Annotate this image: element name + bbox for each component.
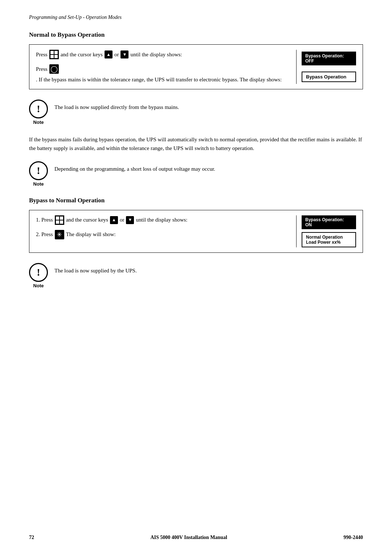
row2-text: Press ◯ . If the bypass mains is within … — [36, 64, 291, 84]
or-label-2: or — [120, 216, 124, 224]
note-icon-col-2: ! Note — [29, 161, 48, 187]
note-icon-2: ! — [29, 161, 48, 180]
note-content-1: The load is now supplied directly from t… — [54, 100, 363, 112]
bypass-to-normal-box: 1. Press and the cursor keys ▲ or ▼ unti… — [29, 210, 363, 253]
enter-key-icon: ◯ — [49, 64, 59, 74]
step1-row: 1. Press and the cursor keys ▲ or ▼ unti… — [36, 215, 291, 225]
step2-row: 2. Press ✳ The display will show: — [36, 230, 291, 239]
row2-desc: . If the bypass mains is within the tole… — [36, 76, 282, 84]
cursor-keys-label-2: and the cursor keys — [66, 216, 108, 224]
arrow-up-icon-1: ▲ — [105, 50, 113, 58]
note-label-2: Note — [33, 181, 44, 187]
badge1-line2: OFF — [305, 58, 352, 64]
or-label-1: or — [114, 50, 119, 59]
page-footer: 72 AIS 5000 400V Installation Manual 990… — [29, 535, 363, 540]
display-badges-col-2: Bypass Operation: ON Normal Operation Lo… — [302, 215, 356, 247]
normal-to-bypass-box: Press and the cursor keys ▲ or ▼ until t… — [29, 44, 363, 89]
row1-text: Press and the cursor keys ▲ or ▼ until t… — [36, 50, 291, 59]
note-label-1: Note — [33, 119, 44, 125]
step2-badge2-line2: Load Power xx% — [306, 240, 352, 245]
note-icon-col-3: ! Note — [29, 263, 48, 288]
section1-title: Normal to Bypass Operation — [29, 31, 363, 39]
footer-title: AIS 5000 400V Installation Manual — [150, 535, 227, 540]
instruction-row-2: Press ◯ . If the bypass mains is within … — [36, 64, 291, 84]
grid-key-icon — [49, 50, 59, 59]
footer-ref: 990-2440 — [343, 535, 363, 540]
display-badges-col-1: Bypass Operation: OFF Bypass Operation — [302, 50, 356, 84]
footer-page-number: 72 — [29, 535, 34, 540]
exclamation-icon-3: ! — [37, 267, 40, 278]
note-content-2: Depending on the programming, a short lo… — [54, 161, 363, 173]
instruction-row-1: Press and the cursor keys ▲ or ▼ until t… — [36, 50, 291, 59]
note-content-3: The load is now supplied by the UPS. — [54, 263, 363, 275]
note-block-3: ! Note The load is now supplied by the U… — [29, 263, 363, 288]
page-header: Programming and Set-Up - Operation Modes — [29, 15, 363, 20]
normal-operation-badge: Normal Operation Load Power xx% — [302, 232, 356, 247]
until-label-2: until the display shows: — [136, 216, 187, 224]
note-block-2: ! Note Depending on the programming, a s… — [29, 161, 363, 187]
badge1-line1: Bypass Operation: — [305, 53, 352, 58]
bypass-off-badge: Bypass Operation: OFF — [302, 52, 356, 65]
body-text-1: If the bypass mains fails during bypass … — [29, 135, 363, 153]
cursor-keys-label-1: and the cursor keys — [61, 50, 103, 59]
note-icon-col-1: ! Note — [29, 100, 48, 125]
step2-desc: The display will show: — [66, 230, 116, 239]
star-key-icon: ✳ — [55, 230, 64, 239]
step2-label: 2. Press — [36, 230, 53, 239]
badge2-text: Bypass Operation — [306, 74, 346, 80]
exclamation-icon-1: ! — [37, 104, 40, 114]
arrow-down-icon-2: ▼ — [126, 216, 134, 224]
step2-text: 2. Press ✳ The display will show: — [36, 230, 291, 239]
bypass-on-badge: Bypass Operation: ON — [302, 215, 356, 229]
press-label-1: Press — [36, 50, 48, 59]
note-block-1: ! Note The load is now supplied directly… — [29, 100, 363, 125]
step2-badge2-line1: Normal Operation — [306, 235, 352, 240]
until-label-1: until the display shows: — [130, 50, 182, 59]
press-label-2: Press — [36, 65, 48, 73]
bypass-operation-badge: Bypass Operation — [302, 72, 356, 82]
note-label-3: Note — [33, 283, 44, 288]
note-icon-1: ! — [29, 100, 48, 118]
header-text: Programming and Set-Up - Operation Modes — [29, 15, 122, 20]
grid-key-icon-2 — [55, 215, 64, 225]
note-icon-3: ! — [29, 263, 48, 282]
exclamation-icon-2: ! — [37, 166, 40, 176]
step1-badge1-line1: Bypass Operation: — [305, 217, 352, 222]
step1-text: 1. Press and the cursor keys ▲ or ▼ unti… — [36, 215, 291, 225]
arrow-down-icon-1: ▼ — [121, 50, 128, 58]
step1-label: 1. Press — [36, 216, 53, 224]
arrow-up-icon-2: ▲ — [110, 216, 118, 224]
step1-badge1-line2: ON — [305, 222, 352, 227]
section2-title: Bypass to Normal Operation — [29, 197, 363, 204]
